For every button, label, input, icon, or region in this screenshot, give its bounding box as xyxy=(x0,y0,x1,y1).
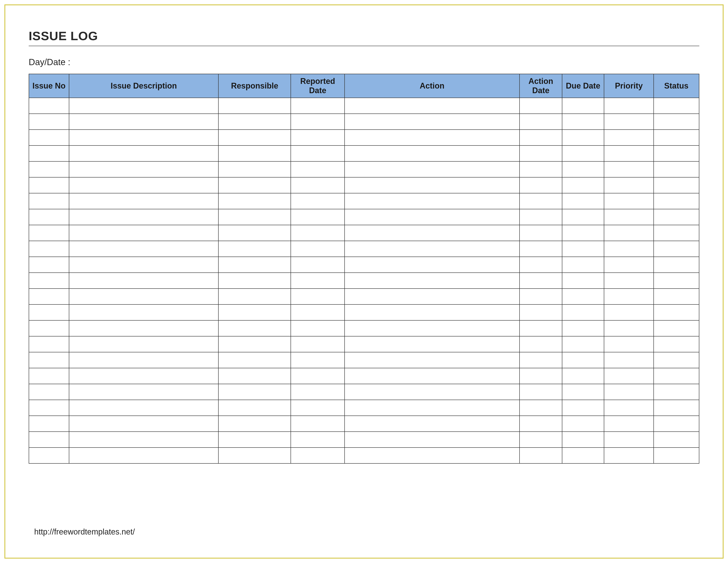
cell-action_date xyxy=(520,336,562,352)
cell-action_date xyxy=(520,448,562,463)
cell-action_date xyxy=(520,257,562,273)
cell-description xyxy=(69,145,218,161)
cell-responsible xyxy=(218,400,291,416)
cell-status xyxy=(654,257,699,273)
cell-reported_date xyxy=(291,289,344,305)
cell-action_date xyxy=(520,209,562,225)
cell-issue_no xyxy=(29,305,69,321)
cell-action xyxy=(345,448,520,463)
cell-action_date xyxy=(520,98,562,114)
cell-action_date xyxy=(520,177,562,193)
cell-action xyxy=(345,273,520,289)
table-row xyxy=(29,400,699,416)
cell-due_date xyxy=(562,400,604,416)
cell-action xyxy=(345,114,520,130)
cell-status xyxy=(654,193,699,209)
table-row xyxy=(29,289,699,305)
cell-due_date xyxy=(562,321,604,336)
cell-status xyxy=(654,432,699,448)
cell-status xyxy=(654,448,699,463)
col-header-description: Issue Description xyxy=(69,74,218,98)
cell-priority xyxy=(604,130,653,145)
cell-description xyxy=(69,209,218,225)
cell-description xyxy=(69,432,218,448)
table-row xyxy=(29,336,699,352)
cell-responsible xyxy=(218,352,291,368)
cell-priority xyxy=(604,145,653,161)
cell-status xyxy=(654,98,699,114)
cell-status xyxy=(654,305,699,321)
cell-due_date xyxy=(562,416,604,432)
cell-status xyxy=(654,336,699,352)
cell-issue_no xyxy=(29,448,69,463)
table-row xyxy=(29,352,699,368)
cell-reported_date xyxy=(291,384,344,400)
cell-description xyxy=(69,352,218,368)
table-row xyxy=(29,257,699,273)
cell-responsible xyxy=(218,114,291,130)
cell-responsible xyxy=(218,209,291,225)
cell-reported_date xyxy=(291,321,344,336)
title-underline xyxy=(29,46,699,46)
cell-status xyxy=(654,161,699,177)
cell-description xyxy=(69,384,218,400)
cell-due_date xyxy=(562,368,604,384)
cell-status xyxy=(654,416,699,432)
col-header-responsible: Responsible xyxy=(218,74,291,98)
cell-due_date xyxy=(562,432,604,448)
cell-issue_no xyxy=(29,114,69,130)
table-row xyxy=(29,305,699,321)
cell-action_date xyxy=(520,289,562,305)
cell-issue_no xyxy=(29,273,69,289)
cell-issue_no xyxy=(29,257,69,273)
cell-due_date xyxy=(562,225,604,241)
cell-action_date xyxy=(520,305,562,321)
cell-priority xyxy=(604,177,653,193)
cell-issue_no xyxy=(29,384,69,400)
cell-due_date xyxy=(562,114,604,130)
table-row xyxy=(29,432,699,448)
cell-description xyxy=(69,289,218,305)
cell-responsible xyxy=(218,384,291,400)
cell-action_date xyxy=(520,432,562,448)
cell-reported_date xyxy=(291,416,344,432)
cell-due_date xyxy=(562,145,604,161)
cell-responsible xyxy=(218,432,291,448)
col-header-status: Status xyxy=(654,74,699,98)
cell-status xyxy=(654,321,699,336)
cell-action xyxy=(345,98,520,114)
col-header-due-date: Due Date xyxy=(562,74,604,98)
cell-description xyxy=(69,193,218,209)
cell-issue_no xyxy=(29,368,69,384)
cell-priority xyxy=(604,352,653,368)
cell-reported_date xyxy=(291,209,344,225)
cell-action xyxy=(345,241,520,257)
cell-action xyxy=(345,400,520,416)
cell-issue_no xyxy=(29,98,69,114)
cell-status xyxy=(654,289,699,305)
cell-due_date xyxy=(562,336,604,352)
cell-description xyxy=(69,225,218,241)
cell-description xyxy=(69,336,218,352)
cell-issue_no xyxy=(29,177,69,193)
cell-action xyxy=(345,305,520,321)
cell-responsible xyxy=(218,225,291,241)
cell-issue_no xyxy=(29,130,69,145)
cell-description xyxy=(69,114,218,130)
cell-description xyxy=(69,130,218,145)
cell-due_date xyxy=(562,352,604,368)
cell-priority xyxy=(604,241,653,257)
cell-reported_date xyxy=(291,305,344,321)
cell-reported_date xyxy=(291,177,344,193)
cell-description xyxy=(69,368,218,384)
cell-reported_date xyxy=(291,257,344,273)
cell-description xyxy=(69,305,218,321)
cell-reported_date xyxy=(291,145,344,161)
cell-priority xyxy=(604,98,653,114)
col-header-action-date: Action Date xyxy=(520,74,562,98)
cell-action xyxy=(345,161,520,177)
cell-status xyxy=(654,384,699,400)
cell-priority xyxy=(604,161,653,177)
cell-responsible xyxy=(218,241,291,257)
cell-action_date xyxy=(520,130,562,145)
